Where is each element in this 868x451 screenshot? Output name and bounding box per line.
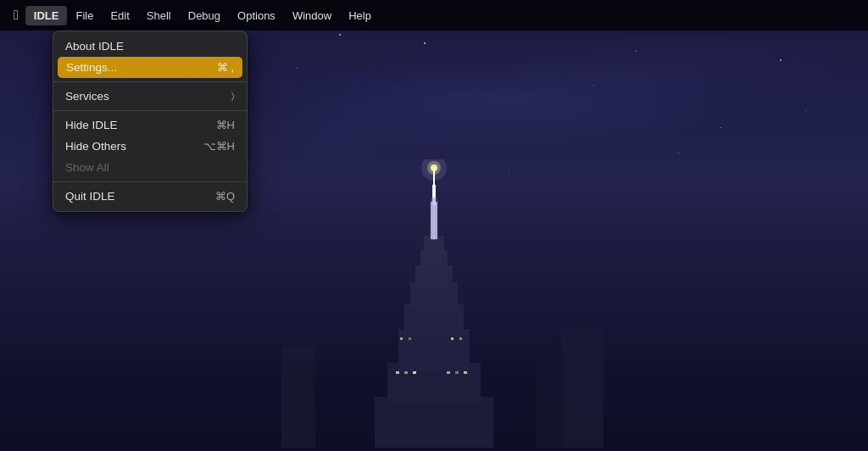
- idle-dropdown-menu: About IDLE Settings... ⌘ , Services 〉 Hi…: [53, 31, 248, 212]
- city-skyline: [264, 159, 604, 451]
- about-idle-label: About IDLE: [65, 40, 124, 53]
- menubar:  IDLE File Edit Shell Debug Options Win…: [0, 0, 868, 31]
- svg-rect-18: [396, 371, 399, 374]
- settings-label: Settings...: [66, 61, 117, 74]
- svg-rect-20: [413, 371, 416, 374]
- svg-rect-27: [459, 337, 462, 340]
- services-chevron-icon: 〉: [231, 91, 235, 102]
- hide-idle-shortcut: ⌘H: [216, 119, 235, 131]
- window-menu-item[interactable]: Window: [284, 6, 340, 25]
- debug-menu-item[interactable]: Debug: [180, 6, 229, 25]
- services-label: Services: [65, 90, 109, 103]
- svg-rect-25: [409, 337, 411, 340]
- svg-rect-2: [536, 354, 565, 448]
- show-all-label: Show All: [65, 161, 109, 174]
- hide-idle-menu-item[interactable]: Hide IDLE ⌘H: [53, 114, 247, 136]
- edit-menu-item[interactable]: Edit: [102, 6, 137, 25]
- svg-rect-21: [447, 371, 450, 374]
- hide-idle-label: Hide IDLE: [65, 119, 118, 131]
- svg-rect-1: [561, 329, 604, 448]
- about-idle-menu-item[interactable]: About IDLE: [53, 36, 247, 57]
- svg-rect-22: [455, 371, 459, 374]
- svg-rect-28: [428, 198, 440, 240]
- hide-others-label: Hide Others: [65, 140, 126, 153]
- file-menu-item[interactable]: File: [67, 6, 102, 25]
- separator-2: [53, 110, 247, 111]
- svg-rect-24: [400, 337, 403, 340]
- apple-menu-item[interactable]: : [7, 4, 25, 26]
- settings-shortcut: ⌘ ,: [217, 61, 234, 74]
- help-menu-item[interactable]: Help: [340, 6, 380, 25]
- options-menu-item[interactable]: Options: [229, 6, 284, 25]
- svg-rect-3: [290, 363, 315, 448]
- hide-others-shortcut: ⌥⌘H: [203, 140, 235, 153]
- separator-1: [53, 81, 247, 82]
- services-menu-item[interactable]: Services 〉: [53, 86, 247, 107]
- quit-idle-shortcut: ⌘Q: [215, 190, 235, 203]
- quit-idle-label: Quit IDLE: [65, 190, 115, 203]
- quit-idle-menu-item[interactable]: Quit IDLE ⌘Q: [53, 186, 247, 207]
- separator-3: [53, 181, 247, 182]
- svg-rect-23: [464, 371, 467, 374]
- settings-menu-item[interactable]: Settings... ⌘ ,: [58, 57, 242, 78]
- show-all-menu-item: Show All: [53, 157, 247, 178]
- shell-menu-item[interactable]: Shell: [138, 6, 180, 25]
- svg-rect-26: [451, 337, 453, 340]
- svg-point-17: [421, 159, 447, 181]
- hide-others-menu-item[interactable]: Hide Others ⌥⌘H: [53, 136, 247, 157]
- idle-menu-item[interactable]: IDLE: [25, 6, 68, 25]
- svg-rect-19: [404, 371, 408, 374]
